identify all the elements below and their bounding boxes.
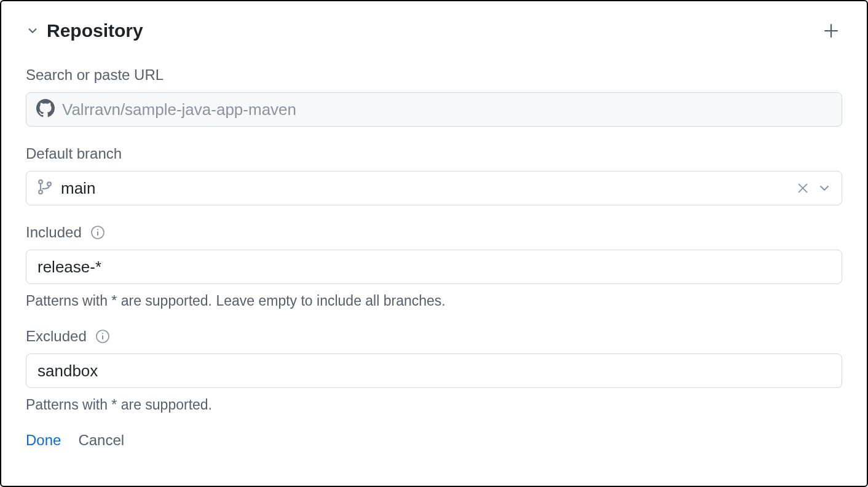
- add-button[interactable]: [820, 20, 842, 42]
- footer-actions: Done Cancel: [26, 432, 842, 449]
- repository-url-section: Search or paste URL Valrravn/sample-java…: [26, 66, 842, 127]
- included-section: Included Patterns with * are supported. …: [26, 224, 842, 309]
- clear-icon[interactable]: [796, 181, 810, 195]
- excluded-input[interactable]: [26, 354, 842, 388]
- repository-url-value: Valrravn/sample-java-app-maven: [62, 100, 296, 119]
- default-branch-value: main: [61, 179, 789, 198]
- select-actions: [796, 181, 832, 196]
- branch-icon: [36, 178, 53, 198]
- excluded-section: Excluded Patterns with * are supported.: [26, 328, 842, 413]
- default-branch-label: Default branch: [26, 145, 842, 162]
- excluded-label-text: Excluded: [26, 328, 87, 345]
- included-label-text: Included: [26, 224, 82, 241]
- panel-title: Repository: [47, 20, 143, 41]
- excluded-helper: Patterns with * are supported.: [26, 397, 842, 413]
- svg-point-12: [102, 333, 103, 334]
- default-branch-select[interactable]: main: [26, 171, 842, 205]
- cancel-button[interactable]: Cancel: [78, 432, 124, 449]
- info-icon[interactable]: [95, 329, 110, 344]
- included-helper: Patterns with * are supported. Leave emp…: [26, 293, 842, 309]
- github-icon: [36, 99, 55, 120]
- included-input[interactable]: [26, 250, 842, 284]
- excluded-label: Excluded: [26, 328, 842, 345]
- repository-url-field[interactable]: Valrravn/sample-java-app-maven: [26, 92, 842, 127]
- svg-point-9: [97, 229, 98, 230]
- chevron-down-icon[interactable]: [26, 24, 39, 38]
- info-icon[interactable]: [90, 225, 105, 240]
- chevron-down-icon[interactable]: [817, 181, 832, 196]
- done-button[interactable]: Done: [26, 432, 61, 449]
- included-label: Included: [26, 224, 842, 241]
- search-url-label: Search or paste URL: [26, 66, 842, 84]
- default-branch-section: Default branch main: [26, 145, 842, 205]
- panel-header: Repository: [26, 20, 842, 42]
- header-left: Repository: [26, 20, 143, 41]
